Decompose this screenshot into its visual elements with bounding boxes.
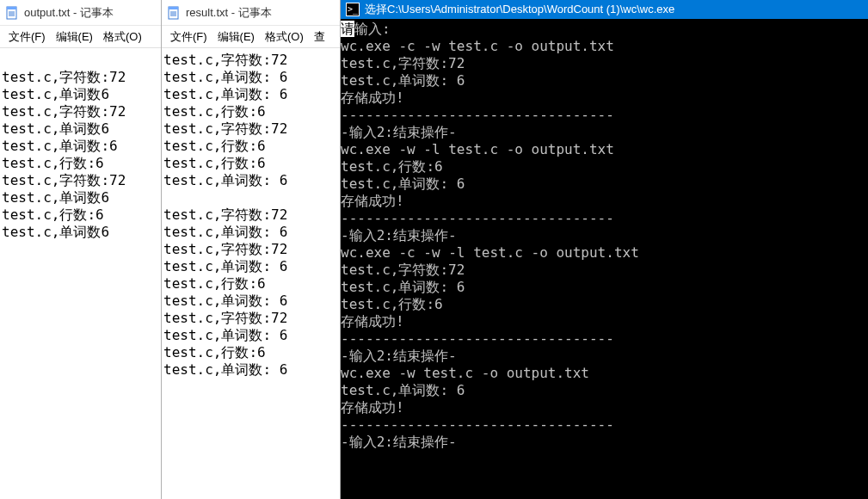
text-area-output[interactable]: test.c,字符数:72 test.c,单词数6 test.c,字符数:72 …: [0, 48, 161, 499]
menu-file[interactable]: 文件(F): [167, 28, 211, 46]
menu-format[interactable]: 格式(O): [100, 28, 145, 46]
cmd-icon: >_: [346, 3, 360, 16]
notepad-window-output: output.txt - 记事本 文件(F) 编辑(E) 格式(O) test.…: [0, 0, 162, 499]
menu-edit[interactable]: 编辑(E): [214, 28, 258, 46]
console-window: >_ 选择C:\Users\Administrator\Desktop\Word…: [341, 0, 868, 499]
titlebar-output[interactable]: output.txt - 记事本: [0, 0, 161, 26]
svg-rect-6: [169, 7, 178, 9]
title-text: 选择C:\Users\Administrator\Desktop\WordCou…: [365, 2, 674, 17]
terminal-area[interactable]: 请输入:wc.exe -c -w test.c -o output.txttes…: [341, 19, 868, 499]
menu-file[interactable]: 文件(F): [5, 28, 49, 46]
notepad-window-result: result.txt - 记事本 文件(F) 编辑(E) 格式(O) 查 tes…: [162, 0, 341, 499]
menubar-result: 文件(F) 编辑(E) 格式(O) 查: [162, 26, 340, 48]
title-text: result.txt - 记事本: [186, 5, 272, 21]
text-area-result[interactable]: test.c,字符数:72 test.c,单词数: 6 test.c,单词数: …: [162, 48, 340, 499]
menu-edit[interactable]: 编辑(E): [52, 28, 96, 46]
svg-rect-1: [7, 7, 16, 9]
menubar-output: 文件(F) 编辑(E) 格式(O): [0, 26, 161, 48]
title-text: output.txt - 记事本: [24, 5, 114, 21]
notepad-icon: [5, 6, 19, 20]
menu-view-partial[interactable]: 查: [311, 28, 329, 46]
menu-format[interactable]: 格式(O): [262, 28, 307, 46]
notepad-icon: [167, 6, 181, 20]
titlebar-result[interactable]: result.txt - 记事本: [162, 0, 340, 26]
titlebar-console[interactable]: >_ 选择C:\Users\Administrator\Desktop\Word…: [341, 0, 868, 19]
